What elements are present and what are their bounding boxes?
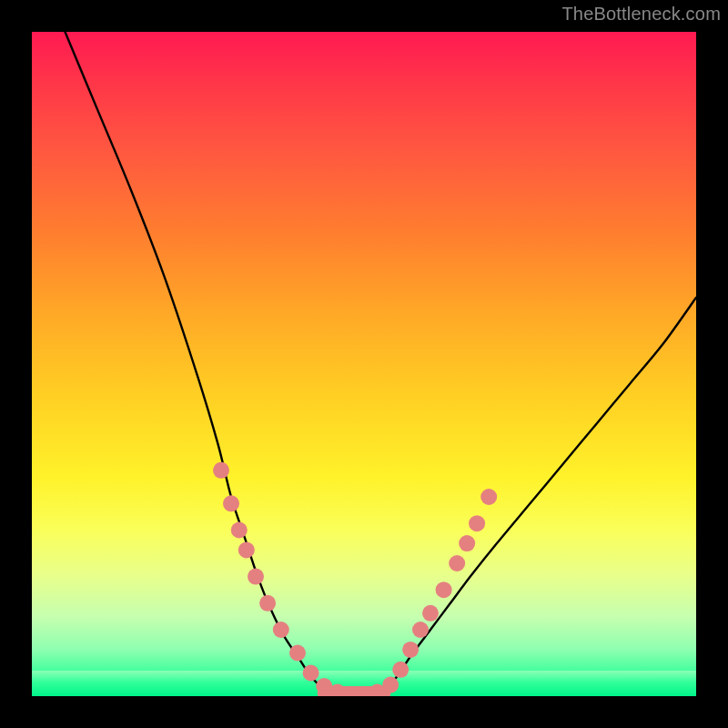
highlight-dot [422,605,439,622]
highlight-dot [392,662,409,678]
highlight-dot [480,489,497,505]
bottleneck-curve [66,32,697,696]
highlight-dot [449,555,465,571]
highlight-dot [459,535,475,551]
highlight-dot [382,677,399,693]
highlight-dot [402,642,419,658]
highlight-dot [436,581,452,598]
highlight-dot [223,495,239,511]
highlight-dot [412,622,429,638]
highlight-dot [289,645,306,662]
plot-area [32,32,696,696]
highlight-dot [259,595,276,612]
curve-layer [32,32,696,696]
highlight-dot [273,622,289,638]
highlight-dot [303,665,319,682]
highlight-dot [213,462,229,479]
highlight-dot [231,522,248,539]
highlight-dot [248,569,264,585]
highlight-dot [238,541,255,558]
watermark-label: TheBottleneck.com [561,4,721,25]
highlight-dots [213,462,497,696]
chart-stage: TheBottleneck.com [0,0,728,728]
highlight-dot [469,515,485,531]
